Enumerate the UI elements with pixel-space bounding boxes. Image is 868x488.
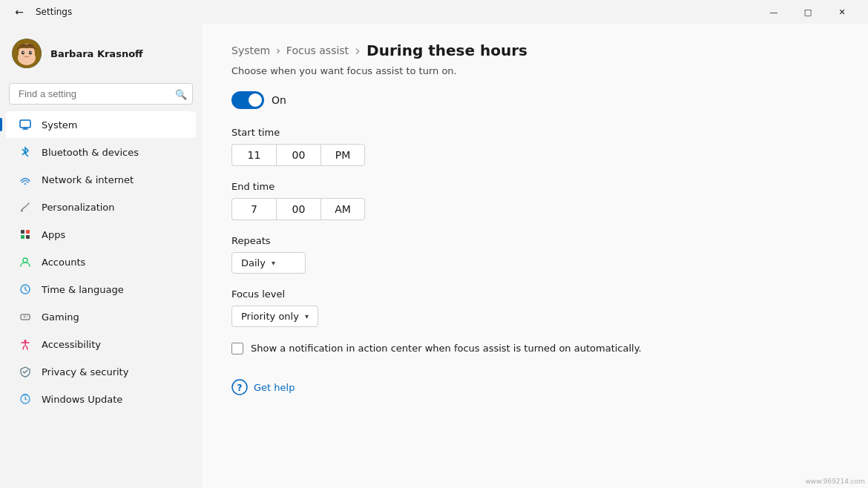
notification-checkbox-label: Show a notification in action center whe… [251, 342, 642, 355]
toggle-thumb [249, 93, 262, 107]
svg-point-14 [23, 258, 27, 263]
sidebar-item-label-network: Network & internet [42, 174, 184, 185]
end-hour-input[interactable]: 7 [231, 198, 276, 220]
sidebar-item-update[interactable]: Windows Update [6, 386, 196, 412]
close-button[interactable]: ✕ [825, 0, 859, 24]
search-input[interactable] [9, 83, 193, 105]
svg-point-8 [24, 183, 26, 185]
svg-point-17 [27, 316, 28, 317]
user-profile[interactable]: Barbara Krasnoff [0, 30, 202, 77]
start-minute-input[interactable]: 00 [276, 144, 320, 166]
sidebar-item-label-bluetooth: Bluetooth & devices [42, 147, 184, 158]
end-minute-input[interactable]: 00 [276, 198, 320, 220]
app-container: Barbara Krasnoff 🔍 SystemBluetooth & dev… [0, 24, 868, 488]
svg-rect-11 [26, 230, 30, 234]
end-time-section: End time 7 00 AM [231, 181, 838, 220]
end-period-input[interactable]: AM [320, 198, 365, 220]
breadcrumb: System › Focus assist › During these hou… [231, 42, 838, 59]
start-time-section: Start time 11 00 PM [231, 127, 838, 166]
sidebar-item-label-gaming: Gaming [42, 311, 184, 323]
time-icon [18, 282, 33, 297]
sidebar-item-system[interactable]: System [6, 111, 196, 138]
svg-rect-7 [20, 120, 30, 128]
toggle-row: On [231, 91, 838, 109]
sidebar-item-label-accessibility: Accessibility [42, 339, 184, 350]
privacy-icon [18, 364, 33, 379]
accessibility-icon [18, 337, 33, 352]
repeats-dropdown[interactable]: Daily ▾ [231, 252, 306, 274]
watermark: www.969214.com [805, 478, 865, 485]
sidebar-item-label-system: System [42, 119, 184, 131]
gaming-icon [18, 309, 33, 324]
start-time-inputs: 11 00 PM [231, 144, 838, 166]
focus-assist-toggle[interactable] [231, 91, 264, 109]
sidebar-item-label-privacy: Privacy & security [42, 366, 184, 377]
network-icon [18, 172, 33, 187]
svg-rect-13 [26, 235, 30, 239]
sidebar-item-network[interactable]: Network & internet [6, 166, 196, 193]
breadcrumb-sep-2: › [355, 42, 361, 59]
monitor-icon [18, 117, 33, 132]
focus-level-dropdown[interactable]: Priority only ▾ [231, 306, 318, 327]
sidebar-item-label-time: Time & language [42, 284, 184, 295]
bluetooth-icon [18, 145, 33, 159]
focus-level-dropdown-arrow: ▾ [305, 312, 309, 320]
svg-text:?: ? [237, 383, 243, 393]
breadcrumb-current: During these hours [366, 42, 527, 59]
back-button[interactable]: ← [9, 1, 30, 22]
repeats-section: Repeats Daily ▾ [231, 235, 838, 274]
avatar [12, 39, 42, 68]
title-bar: ← Settings — □ ✕ [0, 0, 868, 24]
maximize-button[interactable]: □ [791, 0, 825, 24]
start-period-input[interactable]: PM [320, 144, 365, 166]
user-name: Barbara Krasnoff [50, 48, 143, 59]
help-row: ? Get help [231, 379, 838, 395]
start-time-label: Start time [231, 127, 838, 138]
breadcrumb-system[interactable]: System [231, 44, 270, 56]
end-time-label: End time [231, 181, 838, 192]
window-controls: — □ ✕ [757, 0, 859, 24]
focus-level-value: Priority only [241, 311, 299, 322]
minimize-button[interactable]: — [757, 0, 791, 24]
apps-icon [18, 227, 33, 242]
sidebar-item-privacy[interactable]: Privacy & security [6, 358, 196, 385]
search-box: 🔍 [9, 83, 193, 105]
page-description: Choose when you want focus assist to tur… [231, 65, 838, 76]
sidebar-item-accounts[interactable]: Accounts [6, 248, 196, 275]
focus-level-section: Focus level Priority only ▾ [231, 288, 838, 327]
get-help-link[interactable]: Get help [254, 382, 295, 393]
sidebar-item-bluetooth[interactable]: Bluetooth & devices [6, 139, 196, 165]
end-time-inputs: 7 00 AM [231, 198, 838, 220]
svg-point-9 [21, 210, 23, 212]
sidebar-item-accessibility[interactable]: Accessibility [6, 331, 196, 357]
content-area: System › Focus assist › During these hou… [202, 24, 868, 488]
sidebar-item-apps[interactable]: Apps [6, 221, 196, 248]
svg-rect-10 [21, 230, 24, 234]
sidebar-item-label-accounts: Accounts [42, 257, 184, 268]
update-icon [18, 392, 33, 406]
repeats-value: Daily [241, 257, 266, 268]
start-hour-input[interactable]: 11 [231, 144, 276, 166]
sidebar-item-personalization[interactable]: Personalization [6, 194, 196, 220]
repeats-dropdown-arrow: ▾ [272, 259, 275, 267]
breadcrumb-focus-assist[interactable]: Focus assist [286, 44, 349, 56]
sidebar-item-label-update: Windows Update [42, 394, 184, 405]
breadcrumb-sep-1: › [276, 44, 280, 56]
svg-point-18 [24, 340, 27, 342]
svg-rect-12 [21, 235, 24, 239]
sidebar-item-gaming[interactable]: Gaming [6, 303, 196, 330]
notification-checkbox[interactable] [231, 343, 243, 355]
sidebar-item-time[interactable]: Time & language [6, 276, 196, 303]
account-icon [18, 254, 33, 269]
toggle-label: On [272, 94, 286, 106]
svg-point-6 [30, 52, 32, 53]
app-title: Settings [36, 7, 72, 17]
nav-list: SystemBluetooth & devicesNetwork & inter… [0, 111, 202, 413]
sidebar-item-label-personalization: Personalization [42, 202, 184, 213]
help-icon: ? [231, 379, 248, 395]
svg-point-5 [23, 52, 24, 53]
sidebar-item-label-apps: Apps [42, 229, 184, 240]
brush-icon [18, 200, 33, 214]
notification-checkbox-row: Show a notification in action center whe… [231, 342, 838, 355]
search-icon: 🔍 [175, 88, 187, 99]
